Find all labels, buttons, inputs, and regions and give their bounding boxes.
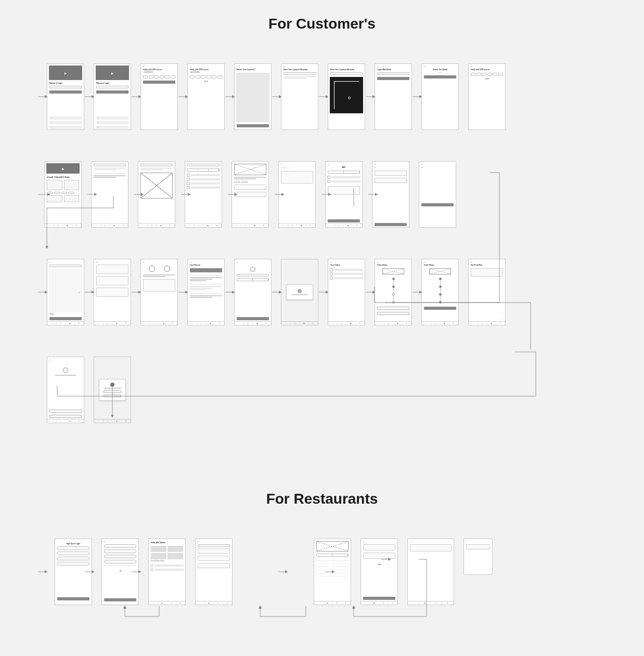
otp-inputs[interactable] [469,72,505,77]
wf-search-list[interactable]: ⌂◯▣☰ [91,161,128,228]
back-icon[interactable]: ← [47,357,84,361]
rest-input[interactable] [57,557,89,560]
wf-profile-form[interactable]: ← ⌂◯▣☰ [234,259,272,325]
back-icon[interactable]: ← [469,64,505,68]
wf-check-email[interactable]: ← Check Your Email ——— [421,63,459,130]
back-icon[interactable]: ← [235,64,271,68]
search-input[interactable] [94,164,126,166]
menu-item[interactable] [187,178,220,181]
listing-fields[interactable]: —— —— —— —— —— —— [314,558,351,577]
email-input[interactable] [377,72,409,75]
search-input[interactable] [187,164,220,166]
wf-otp-email[interactable]: ← Verify with OTP sent to 00:30 [468,63,506,130]
wf-info-modal[interactable]: ⌂◯▣☰ [94,357,131,423]
wf-address-list[interactable]: ← ⌂◯▣☰ [94,259,131,325]
avatar-icon[interactable] [250,267,255,272]
name-input[interactable] [237,274,269,277]
upload-card[interactable] [363,553,395,559]
bottom-nav[interactable]: ⌂◯▣☰ [188,321,224,325]
get-started-button[interactable] [57,597,89,600]
wf-map-confirm[interactable]: ← ⌖ Google ⌂◯▣☰ [47,259,84,325]
map-area[interactable]: ⌖ [49,269,82,312]
category-tabs[interactable] [316,554,349,557]
phone-input[interactable] [49,86,82,88]
star-rating[interactable]: ★ ★ ☆ ☆ ☆ [279,166,315,170]
wf-item-detail[interactable]: ⌂◯▣☰ [138,161,175,228]
next-button[interactable] [104,598,136,601]
back-icon[interactable]: ← [281,64,318,68]
order-card[interactable] [198,548,230,554]
upload-image[interactable] [316,541,349,552]
phone-input-filled[interactable]: +91 9999999999 [96,86,128,88]
wf-login-email[interactable]: ← Login With Email [375,63,412,130]
open-mail-button[interactable] [424,75,456,78]
proceed-payment-button[interactable] [328,219,360,222]
continue-facebook[interactable] [96,121,128,124]
wf-signup-2[interactable]: Signup or Login +91 9999999999 [94,63,131,130]
order-card[interactable] [198,563,230,568]
wf-rating[interactable]: ← ★ ★ ☆ ☆ ☆ ⌂◯▣☰ [278,161,316,228]
option-buttons[interactable] [237,278,269,281]
cart-item[interactable] [327,180,360,183]
continue-google[interactable] [49,116,82,120]
map-dark[interactable] [330,77,363,113]
order-row[interactable] [150,568,184,571]
continue-facebook[interactable] [49,121,82,124]
result-1[interactable] [92,167,128,172]
rest-field[interactable] [104,560,136,563]
resend-button[interactable] [143,81,175,84]
menu-item[interactable] [187,186,220,189]
back-icon[interactable]: ← [422,259,458,264]
back-icon[interactable]: ← [375,259,411,264]
bottom-nav[interactable]: ⌂▣☰⚙ [196,601,232,605]
back-icon[interactable]: ← [188,64,224,68]
back-icon[interactable]: ← [469,259,505,264]
back-icon[interactable]: ← [94,259,131,264]
rest-input[interactable] [57,552,89,555]
result-2[interactable] [92,175,128,179]
wf-get-food[interactable]: ← Get Food Now ♡ ⌂◯▣☰ [468,259,506,325]
bottom-nav[interactable]: ⌂▣☰⚙ [314,601,351,605]
wf-rest-create-listing[interactable]: —— —— —— —— —— —— ⌂▣☰⚙ [314,539,351,605]
proceed-next-button[interactable] [363,597,395,600]
wf-success[interactable]: ← ⌂◯▣☰ [47,357,84,423]
bottom-nav[interactable]: ⌂◯▣☰ [469,321,505,325]
cancel-button[interactable] [375,223,407,226]
order-item[interactable] [330,272,363,275]
bottom-nav[interactable]: ⌂◯▣☰ [422,321,458,325]
mini-card[interactable] [466,544,490,549]
upload-icon[interactable]: ☁ [102,568,138,573]
back-icon[interactable]: ← [372,162,409,166]
wf-stats[interactable]: ← ⌂◯▣☰ [140,259,178,325]
rest-field[interactable] [104,555,136,558]
back-icon[interactable]: ← [196,539,232,543]
wf-rest-upload[interactable]: ← ☁ ⌂▣☰⚙ [360,539,398,605]
back-icon[interactable]: ← [141,64,177,68]
search-input[interactable] [198,544,230,547]
back-icon[interactable]: ← [361,539,397,543]
wf-order-delivered[interactable]: ← Order Status ⌂◯▣☰ [421,259,459,325]
back-icon[interactable]: ← [141,259,177,264]
wf-rest-dashboard[interactable]: Hello, ABC Admin Current Orders Status ⌂… [148,539,186,605]
confirm-location-button[interactable] [49,317,82,320]
cart-item[interactable] [327,176,360,179]
bottom-nav[interactable]: ⌂◯▣☰ [92,224,128,227]
order-item[interactable] [330,268,363,271]
wf-home-deals[interactable]: Unsold, Unbeatable Deals ⌂◯▣☰ [44,161,82,228]
rest-field[interactable] [104,549,136,553]
continue-button[interactable] [49,90,82,94]
wf-location-prompt[interactable]: ← What's Your Location? [234,63,272,130]
search-input[interactable] [140,164,173,166]
continue-email[interactable] [49,126,82,129]
wf-cart-summary[interactable]: ⌂◯▣☰ [231,161,269,228]
history-item[interactable] [188,295,224,299]
rest-field[interactable] [104,544,136,548]
order-item[interactable] [330,277,363,280]
rest-input[interactable] [57,546,89,550]
back-icon[interactable]: ← [422,64,458,68]
bottom-nav[interactable]: ⌂◯▣☰ [279,224,315,227]
bottom-nav[interactable]: ⌂◯▣☰ [185,224,222,227]
payment-option[interactable] [375,170,407,176]
bottom-nav[interactable]: ⌂◯▣☰ [328,321,365,325]
modal-button[interactable] [104,395,121,397]
